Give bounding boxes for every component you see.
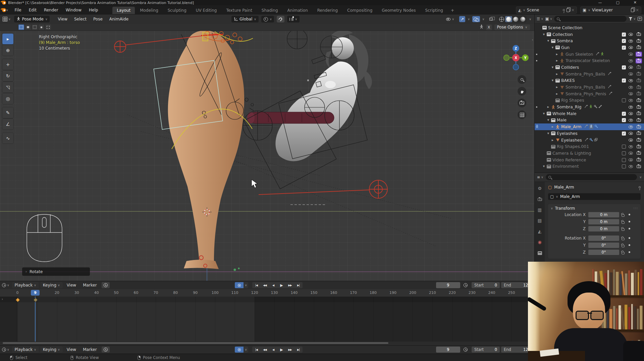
lock-icon[interactable] (619, 236, 627, 240)
properties-tab-output[interactable]: ▥ (538, 207, 542, 212)
viewport-menu-pose[interactable]: Pose (90, 16, 106, 22)
outliner-row-gun[interactable]: ▼Gun✓ (535, 44, 644, 51)
transform-panel-header[interactable]: ∨ Transform ∷∷ (551, 206, 638, 211)
shading-solid-button[interactable] (505, 16, 512, 22)
hide-eye-icon[interactable] (629, 132, 633, 135)
play-button[interactable]: ▶ (277, 347, 286, 353)
collapse-arrow-icon[interactable]: ▼ (550, 79, 555, 82)
tool-move[interactable]: + (2, 59, 13, 70)
tool-cursor[interactable]: ⊕ (2, 45, 13, 56)
timeline-menu-view[interactable]: View (64, 282, 79, 288)
pin-icon[interactable] (563, 9, 565, 11)
mode-dropdown[interactable]: Pose Mode ∨ (14, 16, 50, 22)
outliner-row-male[interactable]: ▼Male✓ (535, 117, 644, 124)
outliner-row-gun-skeleton[interactable]: ▶Gun Skeleton (535, 51, 644, 58)
xray-toggle[interactable] (487, 16, 495, 22)
tab-compositing[interactable]: Compositing (343, 7, 377, 14)
animate-dot-icon[interactable] (627, 237, 632, 239)
disable-render-camera-icon[interactable] (636, 111, 642, 116)
region-collapse-arrow[interactable]: ‹ (532, 38, 533, 42)
close-icon[interactable]: × (636, 8, 639, 12)
play-button[interactable]: ▶ (277, 282, 286, 288)
exclude-checkbox[interactable]: ✓ (622, 118, 626, 122)
select-intersect-button[interactable] (45, 24, 51, 30)
tool-pose-breakdowner[interactable]: ∿ (2, 133, 13, 144)
add-workspace-button[interactable]: + (448, 7, 457, 14)
menu-file[interactable]: File (12, 7, 24, 13)
transform-value-field[interactable]: 0 m (588, 212, 619, 217)
outliner-row-whole-male[interactable]: ▼Whole Male✓ (535, 110, 644, 117)
current-frame-field[interactable]: 9 (436, 347, 460, 353)
animate-dot-icon[interactable] (627, 244, 632, 246)
maximize-button[interactable]: ▢ (616, 0, 619, 5)
lock-icon[interactable] (619, 220, 627, 224)
expand-arrow-icon[interactable]: ▶ (555, 86, 559, 89)
new-collection-button[interactable]: + (638, 17, 642, 21)
exclude-checkbox[interactable] (622, 151, 626, 155)
lock-icon[interactable] (619, 213, 627, 217)
transform-value-field[interactable]: 0° (588, 243, 619, 248)
viewport-menu-select[interactable]: Select (71, 16, 90, 22)
outliner-row-environment[interactable]: ▼Environment (535, 163, 644, 170)
collapse-arrow-icon[interactable]: ▼ (542, 165, 546, 168)
outliner-search-input[interactable] (554, 16, 627, 22)
outliner-row-camera-lighting[interactable]: Camera & Lighting (535, 150, 644, 157)
outliner-row-sombra-phys-balls[interactable]: ▶Sombra_Phys_Balls (535, 71, 644, 78)
editor-type-dropdown[interactable]: ≡∨ (537, 175, 543, 179)
navigation-gizmo[interactable]: Z Y X (502, 44, 530, 72)
shading-material-button[interactable] (512, 16, 519, 22)
hide-eye-icon[interactable] (629, 158, 633, 161)
disable-render-camera-icon[interactable] (636, 131, 642, 136)
timeline-editor-2[interactable]: ∨ Playback∨Keying∨ViewMarker ∨ |◀◀◀◀▶▶▶▶… (0, 346, 535, 354)
timeline-editor[interactable]: ∨ Playback∨Keying∨ViewMarker ∨ |◀◀◀◀▶▶▶▶… (0, 281, 535, 346)
exclude-checkbox[interactable]: ✓ (622, 112, 626, 116)
outliner-row-video-reference[interactable]: Video Reference (535, 157, 644, 163)
exclude-checkbox[interactable]: ✓ (622, 132, 626, 136)
viewport-menu-animaide[interactable]: AnimAide (106, 16, 132, 22)
channel-expand-arrow[interactable]: › (2, 297, 3, 301)
hide-eye-icon[interactable] (629, 119, 633, 122)
jump-to-end-button[interactable]: ▶| (294, 282, 303, 288)
tab-layout[interactable]: Layout (112, 7, 135, 14)
expand-arrow-icon[interactable]: ▶ (555, 93, 559, 95)
tool-measure[interactable]: ∠ (2, 119, 13, 130)
hide-eye-icon[interactable] (629, 40, 633, 43)
properties-search-input[interactable] (546, 174, 637, 180)
lock-icon[interactable] (619, 250, 627, 254)
hide-eye-icon[interactable] (629, 33, 633, 36)
disable-render-camera-icon[interactable] (636, 98, 642, 103)
jump-to-end-button[interactable]: ▶| (294, 347, 303, 353)
expand-arrow-icon[interactable]: ▶ (550, 125, 555, 128)
disable-render-camera-icon[interactable] (636, 105, 642, 110)
exclude-checkbox[interactable]: ✓ (622, 79, 626, 83)
scene-selector[interactable]: ◭ ∨ Scene × (516, 6, 577, 14)
properties-tab-tool[interactable]: ⚙ (538, 186, 542, 191)
exclude-checkbox[interactable]: ✓ (622, 39, 626, 43)
tab-rendering[interactable]: Rendering (313, 7, 342, 14)
timeline-channels[interactable] (0, 297, 535, 342)
properties-tab-collection[interactable] (538, 250, 542, 255)
disable-render-camera-icon[interactable] (636, 78, 642, 83)
hide-eye-icon[interactable] (629, 106, 633, 109)
hide-eye-icon[interactable] (629, 92, 633, 95)
tool-scale[interactable]: ◹ (2, 82, 13, 93)
timeline-menu-keying[interactable]: Keying∨ (40, 347, 63, 353)
timeline-menu-marker[interactable]: Marker (80, 347, 99, 353)
outliner-row-rig-shapes[interactable]: Rig Shapes (535, 97, 644, 104)
menu-window[interactable]: Window (63, 7, 85, 13)
disable-render-camera-icon[interactable] (636, 124, 642, 130)
display-mode-dropdown[interactable]: ▣∨ (545, 16, 552, 21)
animate-dot-icon[interactable] (627, 214, 632, 215)
collapse-arrow-icon[interactable]: ▼ (546, 132, 550, 135)
tab-sculpting[interactable]: Sculpting (163, 7, 191, 14)
close-button[interactable]: ✕ (634, 0, 637, 5)
previous-keyframe-button[interactable]: ◀◀ (261, 282, 269, 288)
properties-tab-scene[interactable]: ◭ (538, 229, 541, 234)
select-set-button[interactable] (18, 24, 24, 30)
tool-rotate[interactable]: ↻ (2, 70, 13, 81)
expand-arrow-icon[interactable]: ▶ (546, 106, 550, 108)
exclude-checkbox[interactable]: ✓ (622, 33, 626, 37)
pivot-point-dropdown[interactable]: ∨ (261, 16, 274, 22)
current-frame-indicator[interactable]: 9 (31, 290, 40, 296)
ortho-toggle-button[interactable] (518, 110, 526, 119)
